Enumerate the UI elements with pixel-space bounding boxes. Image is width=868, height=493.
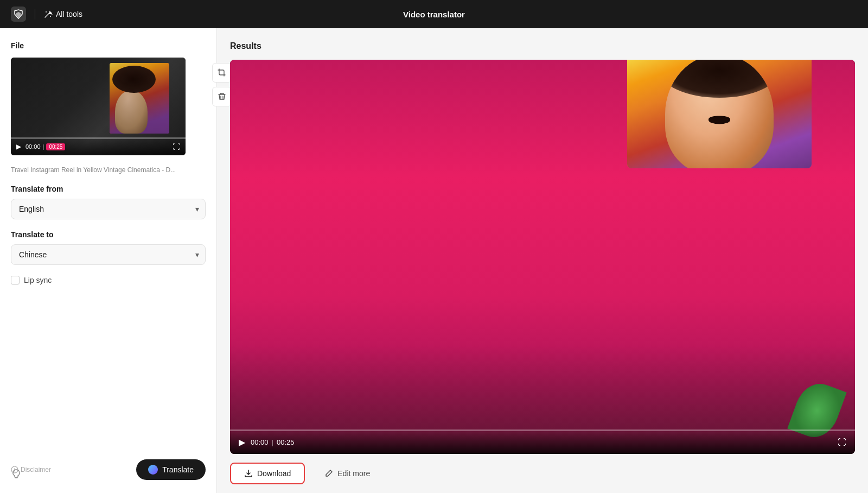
video-preview: ▶ 00:00 | 00:25 ⛶ <box>11 58 186 155</box>
all-tools-nav[interactable]: All tools <box>44 10 82 18</box>
translate-to-wrapper: English Chinese Spanish French ▾ <box>11 244 206 265</box>
bottom-actions: Disclaimer Translate <box>11 459 206 480</box>
video-controls: ▶ 00:00 | 00:25 ⛶ <box>11 138 186 155</box>
nav-divider <box>35 9 35 20</box>
play-button-large[interactable]: ▶ <box>239 437 245 447</box>
disclaimer-label: Disclaimer <box>21 466 51 473</box>
download-button[interactable]: Download <box>230 463 305 484</box>
duration-large: 00:25 <box>277 438 295 446</box>
lightbulb-button[interactable] <box>11 469 22 482</box>
results-panel: Results <box>217 28 868 493</box>
translate-from-wrapper: English Spanish French Chinese ▾ <box>11 199 206 219</box>
video-filename: Travel Instagram Reel in Yellow Vintage … <box>11 166 186 174</box>
time-display-large: 00:00 | 00:25 <box>251 438 832 446</box>
logo-icon[interactable] <box>11 7 26 22</box>
lip-sync-checkbox[interactable] <box>11 276 20 285</box>
delete-button[interactable] <box>212 87 232 106</box>
fullscreen-button-large[interactable]: ⛶ <box>838 438 846 447</box>
thumbnail-image <box>110 63 169 134</box>
current-time-large: 00:00 <box>251 438 269 446</box>
current-time-small: 00:00 <box>25 143 41 150</box>
download-label: Download <box>257 469 291 478</box>
svg-point-1 <box>46 11 47 12</box>
fullscreen-button-small[interactable]: ⛶ <box>173 142 180 151</box>
translate-to-label: Translate to <box>11 230 206 239</box>
all-tools-label: All tools <box>56 10 82 18</box>
svg-point-2 <box>50 16 51 17</box>
download-icon <box>244 469 253 478</box>
main-layout: File ▶ <box>0 28 868 493</box>
file-section-label: File <box>11 41 206 50</box>
edit-icon <box>324 469 333 478</box>
results-video-controls: ▶ 00:00 | 00:25 ⛶ <box>230 431 855 454</box>
wand-icon <box>44 10 53 18</box>
crop-button[interactable] <box>212 63 232 83</box>
page-title: Video translator <box>403 10 465 19</box>
results-video-container: ▶ 00:00 | 00:25 ⛶ <box>230 60 855 454</box>
duration-small: 00:25 <box>46 143 65 150</box>
topnav: All tools Video translator <box>0 0 868 28</box>
translate-from-label: Translate from <box>11 185 206 193</box>
video-background <box>230 60 855 454</box>
translate-button-label: Translate <box>162 465 194 474</box>
results-title: Results <box>230 41 855 51</box>
results-video-content: ▶ 00:00 | 00:25 ⛶ <box>230 60 855 454</box>
translate-btn-icon <box>148 465 158 475</box>
edit-more-button[interactable]: Edit more <box>314 464 381 483</box>
play-button-small[interactable]: ▶ <box>16 143 21 150</box>
sidebar: File ▶ <box>0 28 217 493</box>
topnav-left: All tools <box>11 7 82 22</box>
results-footer: Download Edit more <box>230 454 855 493</box>
trash-icon <box>218 92 226 101</box>
lip-sync-row: Lip sync <box>11 276 206 285</box>
translate-from-select[interactable]: English Spanish French Chinese <box>11 199 206 219</box>
translate-button[interactable]: Translate <box>136 459 206 480</box>
time-separator-small: | <box>43 143 44 150</box>
lightbulb-icon <box>11 469 22 479</box>
crop-icon <box>218 68 226 77</box>
time-display-small: 00:00 | 00:25 <box>25 143 168 150</box>
translate-to-select[interactable]: English Chinese Spanish French <box>11 244 206 265</box>
edit-more-label: Edit more <box>337 469 370 478</box>
portrait-card <box>627 60 812 168</box>
time-divider-large: | <box>272 438 273 446</box>
lip-sync-label: Lip sync <box>24 276 52 285</box>
